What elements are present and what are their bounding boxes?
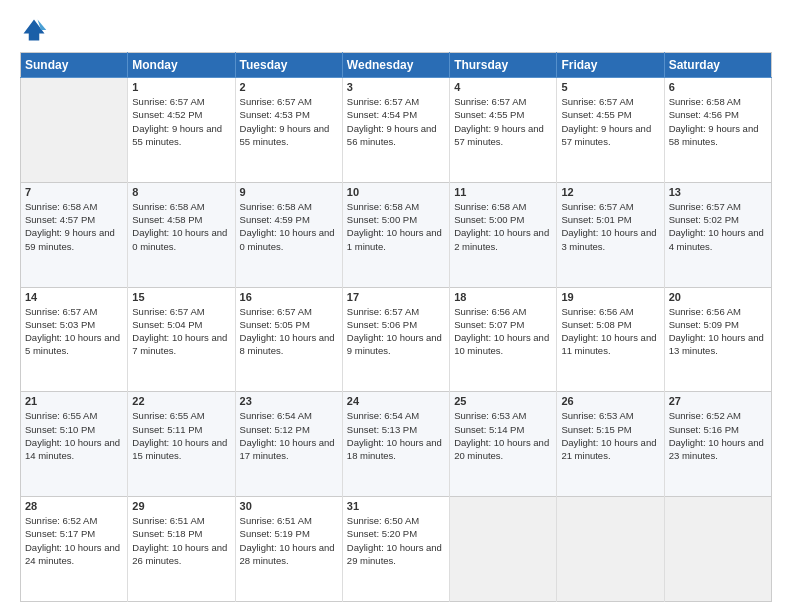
sunrise-text: Sunrise: 6:58 AM	[132, 201, 204, 212]
day-number: 29	[132, 500, 230, 512]
day-info: Sunrise: 6:57 AM Sunset: 5:03 PM Dayligh…	[25, 305, 123, 358]
sunset-text: Sunset: 5:07 PM	[454, 319, 524, 330]
day-number: 8	[132, 186, 230, 198]
calendar-week-3: 21 Sunrise: 6:55 AM Sunset: 5:10 PM Dayl…	[21, 392, 772, 497]
calendar-header: SundayMondayTuesdayWednesdayThursdayFrid…	[21, 53, 772, 78]
sunrise-text: Sunrise: 6:51 AM	[240, 515, 312, 526]
column-header-monday: Monday	[128, 53, 235, 78]
day-info: Sunrise: 6:57 AM Sunset: 5:01 PM Dayligh…	[561, 200, 659, 253]
day-info: Sunrise: 6:56 AM Sunset: 5:08 PM Dayligh…	[561, 305, 659, 358]
calendar-cell	[21, 78, 128, 183]
sunrise-text: Sunrise: 6:58 AM	[454, 201, 526, 212]
calendar-cell: 6 Sunrise: 6:58 AM Sunset: 4:56 PM Dayli…	[664, 78, 771, 183]
calendar-cell: 26 Sunrise: 6:53 AM Sunset: 5:15 PM Dayl…	[557, 392, 664, 497]
sunset-text: Sunset: 5:19 PM	[240, 528, 310, 539]
calendar-week-2: 14 Sunrise: 6:57 AM Sunset: 5:03 PM Dayl…	[21, 287, 772, 392]
day-info: Sunrise: 6:57 AM Sunset: 5:04 PM Dayligh…	[132, 305, 230, 358]
sunrise-text: Sunrise: 6:57 AM	[240, 96, 312, 107]
sunrise-text: Sunrise: 6:57 AM	[669, 201, 741, 212]
daylight-text: Daylight: 10 hours and 3 minutes.	[561, 227, 656, 251]
day-number: 2	[240, 81, 338, 93]
daylight-text: Daylight: 10 hours and 28 minutes.	[240, 542, 335, 566]
calendar-body: 1 Sunrise: 6:57 AM Sunset: 4:52 PM Dayli…	[21, 78, 772, 602]
calendar-cell: 7 Sunrise: 6:58 AM Sunset: 4:57 PM Dayli…	[21, 182, 128, 287]
calendar-cell: 13 Sunrise: 6:57 AM Sunset: 5:02 PM Dayl…	[664, 182, 771, 287]
sunrise-text: Sunrise: 6:54 AM	[240, 410, 312, 421]
sunset-text: Sunset: 4:55 PM	[454, 109, 524, 120]
daylight-text: Daylight: 9 hours and 59 minutes.	[25, 227, 115, 251]
day-info: Sunrise: 6:58 AM Sunset: 4:58 PM Dayligh…	[132, 200, 230, 253]
sunset-text: Sunset: 4:56 PM	[669, 109, 739, 120]
sunrise-text: Sunrise: 6:56 AM	[561, 306, 633, 317]
sunset-text: Sunset: 5:05 PM	[240, 319, 310, 330]
calendar-cell	[450, 497, 557, 602]
day-info: Sunrise: 6:57 AM Sunset: 5:05 PM Dayligh…	[240, 305, 338, 358]
day-info: Sunrise: 6:52 AM Sunset: 5:17 PM Dayligh…	[25, 514, 123, 567]
calendar-cell: 4 Sunrise: 6:57 AM Sunset: 4:55 PM Dayli…	[450, 78, 557, 183]
day-info: Sunrise: 6:58 AM Sunset: 4:56 PM Dayligh…	[669, 95, 767, 148]
calendar-table: SundayMondayTuesdayWednesdayThursdayFrid…	[20, 52, 772, 602]
sunset-text: Sunset: 5:13 PM	[347, 424, 417, 435]
day-info: Sunrise: 6:54 AM Sunset: 5:12 PM Dayligh…	[240, 409, 338, 462]
sunset-text: Sunset: 5:11 PM	[132, 424, 202, 435]
day-number: 15	[132, 291, 230, 303]
sunrise-text: Sunrise: 6:53 AM	[561, 410, 633, 421]
daylight-text: Daylight: 10 hours and 0 minutes.	[240, 227, 335, 251]
day-number: 14	[25, 291, 123, 303]
column-header-thursday: Thursday	[450, 53, 557, 78]
calendar-cell: 12 Sunrise: 6:57 AM Sunset: 5:01 PM Dayl…	[557, 182, 664, 287]
day-info: Sunrise: 6:58 AM Sunset: 4:57 PM Dayligh…	[25, 200, 123, 253]
day-number: 9	[240, 186, 338, 198]
daylight-text: Daylight: 10 hours and 2 minutes.	[454, 227, 549, 251]
calendar-cell: 10 Sunrise: 6:58 AM Sunset: 5:00 PM Dayl…	[342, 182, 449, 287]
sunset-text: Sunset: 5:17 PM	[25, 528, 95, 539]
calendar-cell: 8 Sunrise: 6:58 AM Sunset: 4:58 PM Dayli…	[128, 182, 235, 287]
day-number: 26	[561, 395, 659, 407]
sunrise-text: Sunrise: 6:57 AM	[454, 96, 526, 107]
calendar-cell: 19 Sunrise: 6:56 AM Sunset: 5:08 PM Dayl…	[557, 287, 664, 392]
day-info: Sunrise: 6:55 AM Sunset: 5:11 PM Dayligh…	[132, 409, 230, 462]
sunset-text: Sunset: 5:10 PM	[25, 424, 95, 435]
daylight-text: Daylight: 10 hours and 5 minutes.	[25, 332, 120, 356]
day-info: Sunrise: 6:55 AM Sunset: 5:10 PM Dayligh…	[25, 409, 123, 462]
sunrise-text: Sunrise: 6:58 AM	[347, 201, 419, 212]
daylight-text: Daylight: 10 hours and 10 minutes.	[454, 332, 549, 356]
sunset-text: Sunset: 4:59 PM	[240, 214, 310, 225]
calendar-cell: 15 Sunrise: 6:57 AM Sunset: 5:04 PM Dayl…	[128, 287, 235, 392]
calendar-cell: 24 Sunrise: 6:54 AM Sunset: 5:13 PM Dayl…	[342, 392, 449, 497]
daylight-text: Daylight: 10 hours and 24 minutes.	[25, 542, 120, 566]
day-info: Sunrise: 6:57 AM Sunset: 4:53 PM Dayligh…	[240, 95, 338, 148]
day-number: 10	[347, 186, 445, 198]
logo	[20, 16, 52, 44]
sunset-text: Sunset: 5:09 PM	[669, 319, 739, 330]
daylight-text: Daylight: 10 hours and 17 minutes.	[240, 437, 335, 461]
sunset-text: Sunset: 4:53 PM	[240, 109, 310, 120]
day-info: Sunrise: 6:50 AM Sunset: 5:20 PM Dayligh…	[347, 514, 445, 567]
day-info: Sunrise: 6:51 AM Sunset: 5:19 PM Dayligh…	[240, 514, 338, 567]
day-number: 21	[25, 395, 123, 407]
daylight-text: Daylight: 10 hours and 0 minutes.	[132, 227, 227, 251]
day-info: Sunrise: 6:58 AM Sunset: 4:59 PM Dayligh…	[240, 200, 338, 253]
sunset-text: Sunset: 4:55 PM	[561, 109, 631, 120]
sunset-text: Sunset: 5:03 PM	[25, 319, 95, 330]
daylight-text: Daylight: 9 hours and 58 minutes.	[669, 123, 759, 147]
day-info: Sunrise: 6:53 AM Sunset: 5:15 PM Dayligh…	[561, 409, 659, 462]
sunset-text: Sunset: 5:00 PM	[347, 214, 417, 225]
sunrise-text: Sunrise: 6:53 AM	[454, 410, 526, 421]
day-info: Sunrise: 6:57 AM Sunset: 5:06 PM Dayligh…	[347, 305, 445, 358]
sunset-text: Sunset: 4:58 PM	[132, 214, 202, 225]
daylight-text: Daylight: 10 hours and 23 minutes.	[669, 437, 764, 461]
sunrise-text: Sunrise: 6:57 AM	[132, 96, 204, 107]
sunrise-text: Sunrise: 6:52 AM	[25, 515, 97, 526]
day-number: 19	[561, 291, 659, 303]
day-number: 18	[454, 291, 552, 303]
sunrise-text: Sunrise: 6:57 AM	[240, 306, 312, 317]
day-info: Sunrise: 6:57 AM Sunset: 4:55 PM Dayligh…	[454, 95, 552, 148]
sunrise-text: Sunrise: 6:56 AM	[669, 306, 741, 317]
sunset-text: Sunset: 5:18 PM	[132, 528, 202, 539]
daylight-text: Daylight: 10 hours and 13 minutes.	[669, 332, 764, 356]
calendar-cell: 23 Sunrise: 6:54 AM Sunset: 5:12 PM Dayl…	[235, 392, 342, 497]
sunrise-text: Sunrise: 6:56 AM	[454, 306, 526, 317]
day-info: Sunrise: 6:58 AM Sunset: 5:00 PM Dayligh…	[347, 200, 445, 253]
day-number: 3	[347, 81, 445, 93]
